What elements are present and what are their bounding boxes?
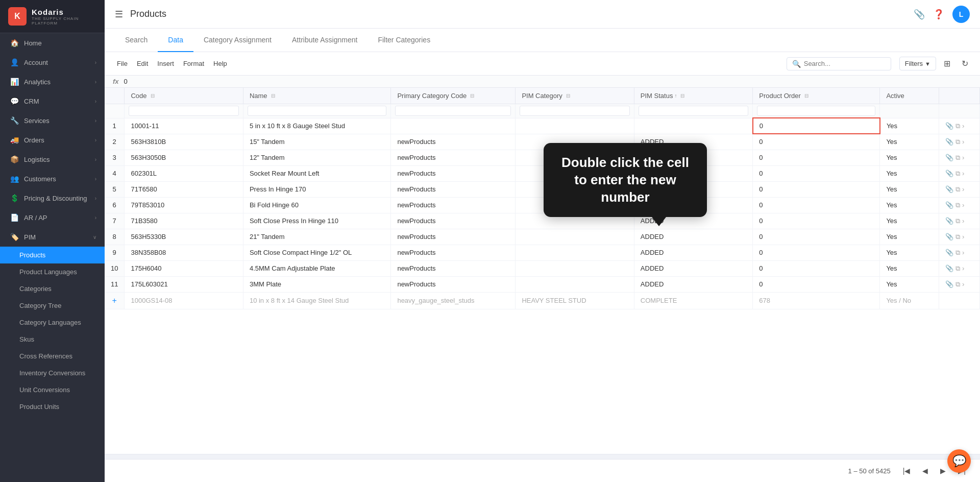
cell-pcc[interactable]: newProducts [391,229,516,245]
filter-icon[interactable]: ⊟ [271,93,275,99]
cell-code[interactable]: 71B3580 [125,213,243,229]
cell-name[interactable]: 15" Tandem [243,134,391,150]
attach-row-icon[interactable]: 📎 [945,217,953,225]
cell-name[interactable]: Socket Rear Mount Left [243,165,391,181]
attach-row-icon[interactable]: 📎 [945,138,953,146]
cell-active[interactable]: Yes [880,118,939,134]
cell-active[interactable]: Yes [880,260,939,276]
open-row-icon[interactable]: ⧉ [955,185,960,194]
filter-icon[interactable]: ⊟ [680,93,684,99]
cell-pim-category[interactable] [516,118,634,134]
cell-new-pim-status[interactable]: COMPLETE [634,292,752,309]
chevron-right-icon[interactable]: › [962,264,964,272]
cell-product-order[interactable]: 0 [753,165,880,181]
cell-active[interactable]: Yes [880,229,939,245]
cell-code[interactable]: 79T853010 [125,197,243,213]
filter-icon[interactable]: ⊟ [804,93,808,99]
sidebar-item-category-languages[interactable]: Category Languages [0,314,105,331]
cell-product-order[interactable]: 0 [753,260,880,276]
cell-pcc[interactable]: newProducts [391,134,516,150]
cell-pcc[interactable]: newProducts [391,150,516,165]
attach-row-icon[interactable]: 📎 [945,280,953,288]
cell-product-order[interactable]: 0 [753,213,880,229]
cell-product-order[interactable]: 0 [753,276,880,292]
open-row-icon[interactable]: ⧉ [955,138,960,146]
cell-new-pcc[interactable]: heavy_gauge_steel_studs [391,292,516,309]
chevron-right-icon[interactable]: › [962,249,964,256]
filter-icon[interactable]: ⊟ [470,93,474,99]
tab-filter-categories[interactable]: Filter Categories [368,29,440,52]
cell-pim-status[interactable]: ADDED [634,245,752,260]
filter-product-order-input[interactable] [757,106,875,116]
cell-active[interactable]: Yes [880,134,939,150]
sidebar-item-orders[interactable]: 🚚 Orders › [0,130,105,150]
cell-active[interactable]: Yes [880,245,939,260]
cell-name[interactable]: 21" Tandem [243,229,391,245]
cell-pim-category[interactable] [516,260,634,276]
cell-product-order[interactable]: 0 [753,150,880,165]
cell-name[interactable]: Soft Close Compact Hinge 1/2" OL [243,245,391,260]
filter-code-input[interactable] [129,106,238,116]
horizontal-scrollbar[interactable] [105,454,980,459]
cell-pcc[interactable]: newProducts [391,245,516,260]
cell-pcc[interactable]: newProducts [391,260,516,276]
open-row-icon[interactable]: ⧉ [955,280,960,288]
cell-pcc[interactable]: newProducts [391,197,516,213]
sidebar-item-account[interactable]: 👤 Account › [0,53,105,72]
cell-active[interactable]: Yes [880,276,939,292]
tab-category-assignment[interactable]: Category Assignment [193,29,282,52]
attach-row-icon[interactable]: 📎 [945,249,953,256]
sidebar-item-services[interactable]: 🔧 Services › [0,111,105,130]
cell-code[interactable]: 38N358B08 [125,245,243,260]
product-order-input[interactable] [760,122,873,130]
sidebar-item-logistics[interactable]: 📦 Logistics › [0,150,105,169]
cell-name[interactable]: Soft Close Press In Hinge 110 [243,213,391,229]
chevron-right-icon[interactable]: › [962,217,964,225]
cell-product-order-editing[interactable] [753,118,880,134]
chevron-right-icon[interactable]: › [962,280,964,288]
sidebar-item-pim[interactable]: 🏷️ PIM ∨ [0,227,105,247]
cell-new-active[interactable]: Yes / No [880,292,939,309]
cell-active[interactable]: Yes [880,165,939,181]
attach-row-icon[interactable]: 📎 [945,154,953,161]
sidebar-item-pricing[interactable]: 💲 Pricing & Discounting › [0,188,105,208]
col-header-active[interactable]: Active [880,88,939,104]
menu-format[interactable]: Format [179,58,208,69]
cell-pcc[interactable]: newProducts [391,213,516,229]
chevron-right-icon[interactable]: › [962,154,964,161]
chevron-right-icon[interactable]: › [962,122,964,130]
cell-new-pim-category[interactable]: HEAVY STEEL STUD [516,292,634,309]
open-row-icon[interactable]: ⧉ [955,170,960,178]
col-header-name[interactable]: Name ⊟ [243,88,391,104]
chevron-right-icon[interactable]: › [962,138,964,146]
sidebar-item-cross-references[interactable]: Cross References [0,348,105,365]
chevron-right-icon[interactable]: › [962,233,964,240]
cell-new-code[interactable]: 1000GS14-08 [125,292,243,309]
cell-pcc[interactable] [391,118,516,134]
sidebar-item-arap[interactable]: 📄 AR / AP › [0,208,105,227]
cell-name[interactable]: 4.5MM Cam Adjustable Plate [243,260,391,276]
col-header-pim-status[interactable]: PIM Status ↑ ⊟ [634,88,752,104]
cell-new-name[interactable]: 10 in x 8 ft x 14 Gauge Steel Stud [243,292,391,309]
cell-pcc[interactable]: newProducts [391,276,516,292]
tab-data[interactable]: Data [158,29,193,52]
cell-product-order[interactable]: 0 [753,181,880,197]
sidebar-item-analytics[interactable]: 📊 Analytics › [0,72,105,91]
menu-icon[interactable]: ☰ [115,9,123,20]
cell-pim-category[interactable] [516,229,634,245]
chevron-right-icon[interactable]: › [962,201,964,209]
tab-attribute-assignment[interactable]: Attribute Assignment [282,29,368,52]
sidebar-item-home[interactable]: 🏠 Home [0,33,105,53]
cell-code[interactable]: 175L603021 [125,276,243,292]
col-header-product-order[interactable]: Product Order ⊟ [753,88,880,104]
sidebar-item-category-tree[interactable]: Category Tree [0,297,105,314]
menu-edit[interactable]: Edit [133,58,152,69]
menu-file[interactable]: File [113,58,132,69]
cell-active[interactable]: Yes [880,181,939,197]
cell-pim-status[interactable]: ADDED [634,229,752,245]
col-header-pcc[interactable]: Primary Category Code ⊟ [391,88,516,104]
first-page-button[interactable]: |◀ [899,465,915,477]
open-row-icon[interactable]: ⧉ [955,217,960,225]
cell-pim-status[interactable]: ADDED [634,260,752,276]
cell-code[interactable]: 563H3050B [125,150,243,165]
